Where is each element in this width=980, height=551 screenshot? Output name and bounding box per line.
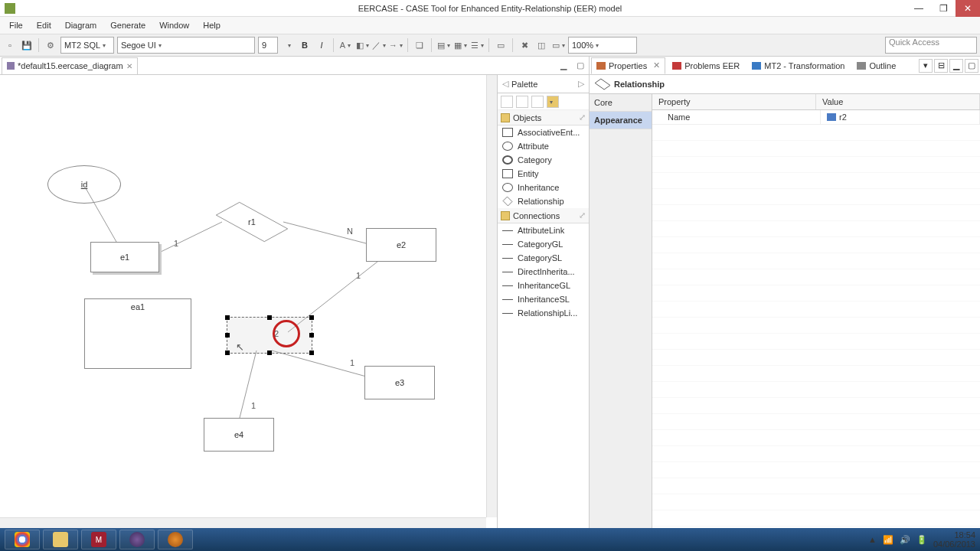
column-property: Property — [652, 94, 816, 109]
tab-properties[interactable]: Properties✕ — [591, 57, 665, 74]
palette-item-attribute[interactable]: Attribute — [498, 139, 589, 153]
pin-icon[interactable]: ✖ — [518, 38, 531, 52]
horizontal-scrollbar[interactable] — [0, 517, 486, 528]
pin-icon[interactable]: ⤢ — [579, 210, 586, 220]
close-tab-icon[interactable]: ✕ — [653, 60, 660, 70]
palette-item-inheritance[interactable]: Inheritance — [498, 181, 589, 194]
minimize-view-icon[interactable]: ▁ — [949, 59, 963, 73]
italic-icon[interactable]: I — [315, 38, 328, 52]
folder-icon — [501, 113, 510, 122]
card-1d: 1 — [251, 401, 256, 410]
line-color-icon[interactable]: ／ — [372, 38, 386, 52]
minimize-button[interactable]: — — [906, 0, 931, 17]
menu-window[interactable]: Window — [153, 19, 195, 31]
palette-item-relationshiplink[interactable]: RelationshipLi... — [498, 306, 589, 320]
menu-diagram[interactable]: Diagram — [59, 19, 103, 31]
category-core[interactable]: Core — [590, 94, 652, 112]
tray-clock[interactable]: 18:54 04/06/2013 — [933, 530, 975, 549]
close-button[interactable]: ✕ — [956, 0, 980, 17]
svg-line-1 — [159, 222, 222, 253]
card-1c: 1 — [350, 358, 354, 367]
pin-icon[interactable]: ⤢ — [579, 112, 586, 122]
r1-label: r1 — [248, 217, 256, 227]
relationship-r1[interactable]: r1 — [217, 205, 286, 239]
save-icon[interactable]: 💾 — [20, 38, 34, 52]
diagram-icon — [7, 62, 15, 70]
property-row[interactable]: Name r2 — [652, 110, 980, 125]
font-color-icon[interactable]: A — [338, 38, 352, 52]
minimize-editor-icon[interactable]: ▁ — [557, 59, 570, 73]
order-icon[interactable]: ☰ — [470, 38, 484, 52]
palette-item-directinherit[interactable]: DirectInherita... — [498, 265, 589, 279]
close-tab-icon[interactable]: ✕ — [126, 62, 132, 70]
editor-tab[interactable]: *default15.eercase_diagram ✕ — [2, 57, 138, 74]
auto-layout-icon[interactable]: ▭ — [494, 38, 508, 52]
menu-generate[interactable]: Generate — [104, 19, 152, 31]
menu-edit[interactable]: Edit — [31, 19, 57, 31]
palette-group-objects[interactable]: Objects⤢ — [498, 110, 589, 126]
zoom-in-icon[interactable] — [516, 96, 528, 108]
palette-item-entity[interactable]: Entity — [498, 167, 589, 181]
entity-e2[interactable]: e2 — [366, 228, 436, 262]
note-tool-icon[interactable] — [547, 96, 559, 108]
font-size-drop-icon[interactable] — [281, 38, 295, 52]
view-menu-icon[interactable]: ▾ — [919, 59, 933, 73]
transform-icon[interactable]: ⚙ — [44, 38, 57, 52]
category-appearance[interactable]: Appearance — [590, 112, 652, 129]
entity-e1[interactable]: e1 — [90, 242, 159, 272]
maximize-view-icon[interactable]: ▢ — [965, 59, 978, 73]
palette-item-category[interactable]: Category — [498, 153, 589, 167]
e3-label: e3 — [395, 378, 404, 387]
taskbar-app1[interactable]: M — [81, 530, 116, 549]
diagram-canvas[interactable]: id r1 e1 e2 ea1 2 e3 e4 N 1 1 1 1 — [0, 75, 497, 528]
menu-file[interactable]: File — [3, 19, 29, 31]
attribute-node[interactable]: id — [47, 165, 121, 204]
menu-help[interactable]: Help — [197, 19, 227, 31]
palette-item-inheritancegl[interactable]: InheritanceGL — [498, 279, 589, 292]
palette-item-attributelink[interactable]: AttributeLink — [498, 223, 589, 237]
svg-line-2 — [283, 222, 366, 243]
zoom-select[interactable]: 100% — [568, 37, 637, 54]
vertical-scrollbar[interactable] — [486, 75, 497, 517]
tray-network-icon[interactable]: 📶 — [883, 535, 893, 545]
palette-item-inheritancesl[interactable]: InheritanceSL — [498, 292, 589, 306]
bold-icon[interactable]: B — [298, 38, 312, 52]
grid-icon[interactable]: ◫ — [534, 38, 548, 52]
tray-battery-icon[interactable]: 🔋 — [916, 535, 927, 545]
tray-sound-icon[interactable]: 🔊 — [900, 535, 910, 545]
property-value-cell[interactable]: r2 — [821, 110, 980, 124]
pin-view-icon[interactable]: ⊟ — [934, 59, 948, 73]
palette-item-relationship[interactable]: Relationship — [498, 194, 589, 208]
quick-access-input[interactable]: Quick Access — [885, 37, 977, 54]
zoom-out-icon[interactable] — [531, 96, 544, 108]
font-size-select[interactable]: 9 — [258, 37, 278, 54]
maximize-button[interactable]: ❐ — [931, 0, 956, 17]
align-icon[interactable]: ▤ — [436, 38, 450, 52]
transform-select[interactable]: MT2 SQL — [60, 37, 114, 54]
view-icon[interactable]: ▭ — [551, 38, 565, 52]
entity-e3[interactable]: e3 — [364, 366, 435, 399]
tray-flag-icon[interactable]: ▲ — [868, 535, 877, 544]
tab-mt2[interactable]: MT2 - Transformation — [746, 57, 850, 74]
arrow-icon[interactable]: → — [389, 38, 403, 52]
taskbar-chrome[interactable] — [5, 530, 40, 549]
entity-e4[interactable]: e4 — [204, 418, 274, 452]
taskbar-app2[interactable] — [158, 530, 193, 549]
copy-format-icon[interactable]: ❏ — [413, 38, 426, 52]
palette-group-connections[interactable]: Connections⤢ — [498, 208, 589, 223]
palette-item-categorygl[interactable]: CategoryGL — [498, 237, 589, 251]
fill-color-icon[interactable]: ◧ — [355, 38, 369, 52]
maximize-editor-icon[interactable]: ▢ — [573, 59, 587, 73]
taskbar-eclipse[interactable] — [119, 530, 155, 549]
entity-ea1[interactable]: ea1 — [84, 298, 191, 369]
taskbar-explorer[interactable] — [43, 530, 78, 549]
distribute-icon[interactable]: ▦ — [453, 38, 467, 52]
palette-item-categorysl[interactable]: CategorySL — [498, 251, 589, 265]
palette-item-associative-entity[interactable]: AssociativeEnt... — [498, 126, 589, 139]
tab-problems[interactable]: Problems EER — [667, 57, 745, 74]
new-icon[interactable]: ▫ — [3, 38, 17, 52]
ea1-label: ea1 — [131, 302, 145, 311]
select-tool-icon[interactable] — [501, 96, 513, 108]
font-select[interactable]: Segoe UI — [117, 37, 255, 54]
tab-outline[interactable]: Outline — [851, 57, 901, 74]
